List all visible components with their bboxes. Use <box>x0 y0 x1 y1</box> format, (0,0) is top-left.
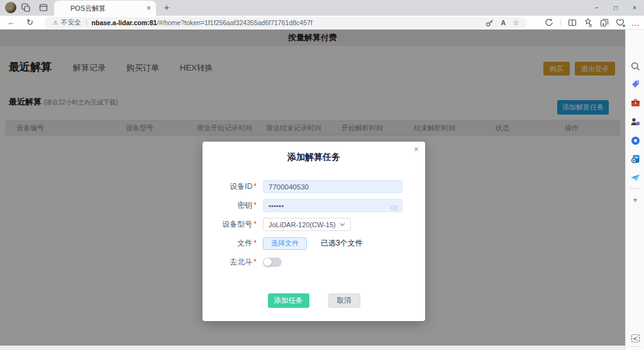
required-asterisk: * <box>253 201 257 210</box>
window-controls: − □ × <box>587 0 644 16</box>
refresh-icon[interactable]: ↻ <box>26 18 33 27</box>
drop-icon[interactable] <box>630 172 640 183</box>
password-key-icon[interactable] <box>486 19 494 27</box>
edge-sidebar: + ⚙ <box>625 30 644 350</box>
toolbar-actions: … <box>545 17 640 28</box>
read-aloud-icon[interactable]: A <box>501 19 506 26</box>
tab-title: POS云解算 <box>70 4 147 13</box>
sidebar-add-icon[interactable]: + <box>630 195 640 205</box>
security-label[interactable]: 不安全 <box>61 18 81 27</box>
browser-toolbar: ← ↻ ⚠ 不安全 nbase.a-lidar.com:81/#/home?to… <box>0 16 644 30</box>
file-row: 文件* 选择文件 已选3个文件 <box>203 237 425 250</box>
add-favorite-icon[interactable]: ☆ <box>513 18 519 27</box>
required-asterisk: * <box>253 257 257 266</box>
sync-online-badge <box>622 24 626 28</box>
modal-close-icon[interactable]: × <box>414 144 419 154</box>
device-id-row: 设备ID* <box>203 180 425 193</box>
model-select[interactable]: JoLiDAR-120(CW-15) <box>263 218 351 231</box>
url-path: /#/home?token=1f1f256aaf324355ad6f71761d… <box>157 19 312 26</box>
required-asterisk: * <box>253 220 257 229</box>
toggle-knob <box>264 258 272 266</box>
web-page: 按量解算付费 最近解算 解算记录 购买订单 HEX转换 购买 退出登录 最近解算… <box>0 30 625 346</box>
workspaces-icon[interactable] <box>21 3 31 13</box>
sidebar-divider <box>630 188 641 189</box>
modal-title: 添加解算任务 <box>203 152 425 163</box>
choose-file-button[interactable]: 选择文件 <box>263 237 307 250</box>
device-id-label: 设备ID* <box>203 181 257 192</box>
device-id-input[interactable] <box>263 180 402 193</box>
show-password-icon[interactable] <box>391 202 398 213</box>
people-icon[interactable] <box>630 116 640 127</box>
address-divider <box>86 20 87 26</box>
window-bottom-edge <box>0 346 625 350</box>
address-bar-actions: A ☆ <box>486 18 527 27</box>
required-asterisk: * <box>253 239 257 247</box>
close-button[interactable]: × <box>625 0 644 16</box>
model-label: 设备型号* <box>203 219 257 230</box>
more-menu-icon[interactable]: … <box>631 18 640 28</box>
model-select-value: JoLiDAR-120(CW-15) <box>269 221 336 229</box>
profile-avatar[interactable] <box>5 2 16 13</box>
shopping-icon[interactable] <box>630 79 640 89</box>
url-host: nbase.a-lidar.com:81 <box>92 19 157 26</box>
collections-icon[interactable] <box>600 18 609 27</box>
tab-close-icon[interactable]: × <box>147 4 151 13</box>
file-label: 文件* <box>203 238 257 249</box>
secret-row: 密钥* <box>203 199 425 212</box>
browser-tab-strip: POS云解算 × + − □ × <box>0 0 644 16</box>
search-icon[interactable] <box>630 61 640 71</box>
sidebar-divider <box>630 346 641 347</box>
file-selected-status: 已选3个文件 <box>321 238 363 249</box>
secret-input[interactable] <box>263 199 402 212</box>
not-secure-icon: ⚠ <box>53 20 58 26</box>
secret-label: 密钥* <box>203 200 257 211</box>
submit-task-button[interactable]: 添加任务 <box>268 293 309 308</box>
address-bar[interactable]: ⚠ 不安全 nbase.a-lidar.com:81/#/home?token=… <box>44 17 527 28</box>
screenshot-icon[interactable] <box>630 333 640 343</box>
browser-tab[interactable]: POS云解算 × <box>54 1 156 16</box>
url-text[interactable]: nbase.a-lidar.com:81/#/home?token=1f1f25… <box>92 19 313 26</box>
toolbar-divider <box>560 19 561 26</box>
sync-status-icon[interactable] <box>616 18 625 27</box>
required-asterisk: * <box>253 182 257 191</box>
chevron-down-icon <box>340 223 345 227</box>
cancel-button[interactable]: 取消 <box>328 293 360 308</box>
copilot-icon[interactable] <box>630 135 640 145</box>
add-task-form: 设备ID* 密钥* 设备型号* JoLiDAR-120(C <box>203 180 425 269</box>
toolbox-icon[interactable] <box>630 98 640 108</box>
beidou-toggle[interactable] <box>263 257 282 267</box>
maximize-button[interactable]: □ <box>606 0 625 16</box>
minimize-button[interactable]: − <box>587 0 606 16</box>
outlook-icon[interactable] <box>630 154 640 164</box>
beidou-label: 去北斗* <box>203 257 257 268</box>
beidou-row: 去北斗* <box>203 256 425 269</box>
favorites-icon[interactable] <box>584 18 593 27</box>
new-tab-button[interactable]: + <box>161 2 172 13</box>
modal-actions: 添加任务 取消 <box>203 293 425 308</box>
model-row: 设备型号* JoLiDAR-120(CW-15) <box>203 218 425 231</box>
split-screen-icon[interactable] <box>568 18 577 27</box>
browser-essentials-icon[interactable] <box>545 18 553 27</box>
tab-actions-icon[interactable] <box>39 3 48 13</box>
add-task-modal: × 添加解算任务 设备ID* 密钥* 设备型号* <box>203 142 425 321</box>
back-icon[interactable]: ← <box>7 18 15 27</box>
